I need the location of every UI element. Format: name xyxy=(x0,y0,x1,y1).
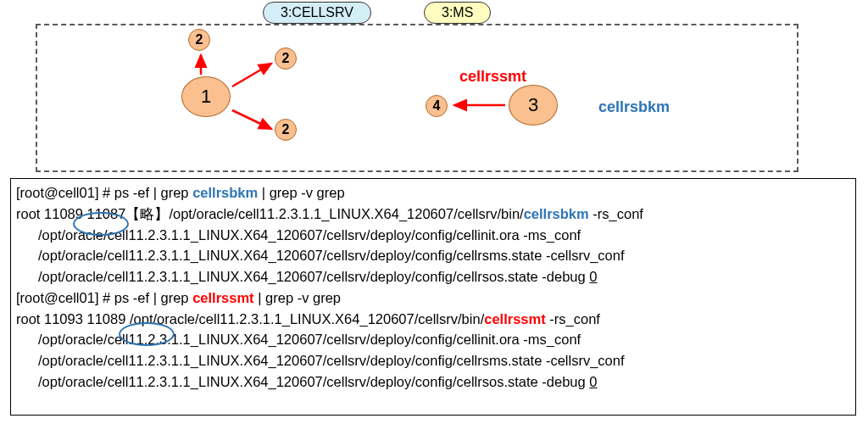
ps-row-2-cont-3: /opt/oracle/cell11.2.3.1.1_LINUX.X64_120… xyxy=(16,371,850,393)
svg-line-2 xyxy=(232,110,271,129)
bin-cellrssmt: cellrssmt xyxy=(484,311,545,326)
svg-line-1 xyxy=(232,64,271,86)
node-2b: 2 xyxy=(275,47,297,70)
prompt-line-1: [root@cell01] # ps -ef | grep cellrsbkm … xyxy=(16,182,850,204)
node-2c: 2 xyxy=(275,119,297,141)
ps-row-1-cont-3: /opt/oracle/cell11.2.3.1.1_LINUX.X64_120… xyxy=(16,266,850,287)
ps-row-1-cont-1: /opt/oracle/cell11.2.3.1.1_LINUX.X64_120… xyxy=(16,225,850,246)
ps-row-2-cont-1: /opt/oracle/cell11.2.3.1.1_LINUX.X64_120… xyxy=(16,329,850,350)
bin-cellrsbkm: cellrsbkm xyxy=(524,206,589,221)
ps-row-2: root 11093 11089 /opt/oracle/cell11.2.3.… xyxy=(16,309,850,330)
ps-row-1: root 11089 11087【略】/opt/oracle/cell11.2.… xyxy=(16,204,850,225)
node-2a: 2 xyxy=(188,29,210,51)
ppid-11089: 11089 xyxy=(86,311,125,326)
node-4: 4 xyxy=(426,95,448,117)
label-cellrssmt: cellrssmt xyxy=(459,68,526,86)
ps-row-2-cont-2: /opt/oracle/cell11.2.3.1.1_LINUX.X64_120… xyxy=(16,350,850,371)
process-group-box: 1 3 2 2 2 4 cellrssmt cellrsbkm xyxy=(36,24,798,172)
node-3: 3 xyxy=(509,85,558,126)
node-1: 1 xyxy=(181,76,231,117)
prompt-line-2: [root@cell01] # ps -ef | grep cellrssmt … xyxy=(16,287,850,309)
label-cellrsbkm: cellrsbkm xyxy=(598,98,670,116)
pid-11089: 11089 xyxy=(44,206,83,221)
grep-term-cellrsbkm: cellrsbkm xyxy=(192,185,258,200)
grep-term-cellrssmt: cellrssmt xyxy=(192,290,253,305)
ps-row-1-cont-2: /opt/oracle/cell11.2.3.1.1_LINUX.X64_120… xyxy=(16,245,850,266)
label-cellsrv: 3:CELLSRV xyxy=(263,2,371,24)
terminal-output: [root@cell01] # ps -ef | grep cellrsbkm … xyxy=(10,178,856,416)
label-ms: 3:MS xyxy=(424,2,491,24)
arrow-layer xyxy=(37,25,797,170)
